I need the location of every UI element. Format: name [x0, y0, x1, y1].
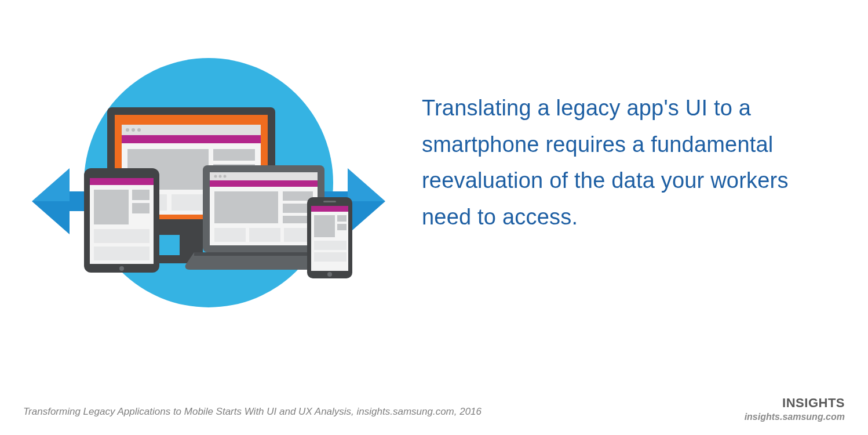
source-citation: Transforming Legacy Applications to Mobi…: [23, 406, 482, 418]
svg-point-36: [219, 175, 222, 178]
svg-rect-26: [94, 190, 129, 224]
svg-marker-1: [32, 168, 70, 201]
smartphone-icon: [307, 197, 352, 278]
svg-point-35: [214, 175, 217, 178]
svg-rect-49: [311, 206, 348, 212]
svg-rect-25: [90, 178, 154, 185]
svg-point-11: [132, 128, 135, 132]
brand-url: insights.samsung.com: [745, 412, 845, 422]
svg-rect-40: [283, 191, 313, 201]
svg-rect-13: [122, 135, 261, 143]
svg-marker-4: [348, 168, 385, 201]
svg-point-31: [119, 266, 124, 271]
devices-illustration: [29, 44, 388, 345]
svg-rect-53: [314, 241, 347, 250]
svg-rect-9: [122, 125, 261, 135]
svg-rect-30: [94, 246, 149, 260]
brand-name: INSIGHTS: [745, 396, 845, 411]
svg-rect-27: [132, 190, 149, 200]
svg-rect-54: [314, 252, 347, 262]
svg-rect-52: [337, 224, 347, 230]
svg-point-37: [224, 175, 227, 178]
svg-point-12: [137, 128, 141, 132]
svg-rect-50: [314, 215, 335, 237]
svg-rect-38: [210, 180, 318, 187]
svg-rect-21: [180, 235, 203, 255]
tablet-icon: [84, 168, 159, 273]
main-quote: Translating a legacy app's UI to a smart…: [422, 90, 798, 235]
svg-rect-43: [214, 228, 246, 242]
brand-block: INSIGHTS insights.samsung.com: [745, 396, 845, 422]
svg-rect-44: [249, 228, 280, 242]
svg-rect-29: [94, 229, 149, 243]
svg-point-55: [327, 272, 332, 277]
svg-marker-5: [348, 201, 385, 234]
svg-rect-15: [213, 149, 255, 161]
svg-rect-51: [337, 215, 347, 222]
svg-rect-28: [132, 203, 149, 213]
svg-rect-39: [214, 191, 278, 223]
svg-point-10: [126, 128, 129, 132]
svg-rect-56: [323, 201, 336, 202]
svg-marker-2: [32, 201, 70, 234]
infographic-canvas: Translating a legacy app's UI to a smart…: [0, 0, 868, 435]
